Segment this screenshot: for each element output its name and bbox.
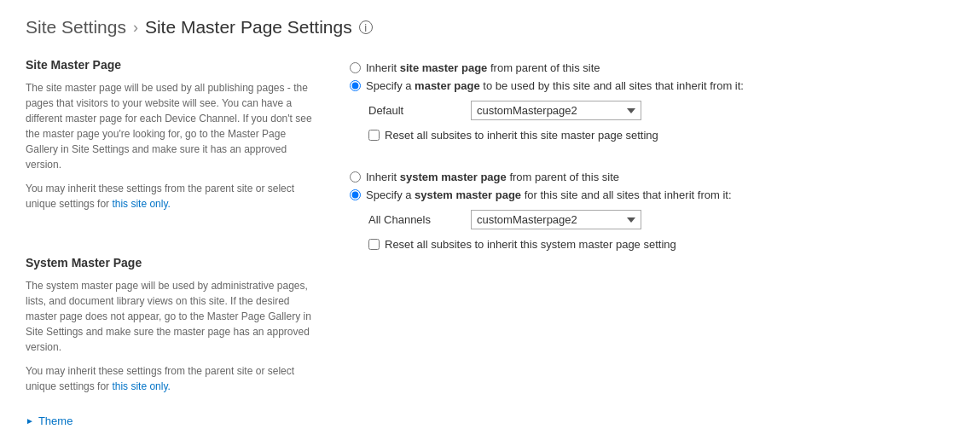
theme-expand-arrow: ► <box>26 416 34 426</box>
site-master-page-section: Site Master Page The site master page wi… <box>26 58 316 212</box>
info-icon[interactable]: i <box>359 20 373 34</box>
site-inherit-radio-row: Inherit site master page from parent of … <box>350 61 954 74</box>
system-reset-checkbox[interactable] <box>368 239 380 250</box>
site-specify-radio-row: Specify a master page to be used by this… <box>350 79 954 92</box>
site-master-page-controls: Inherit site master page from parent of … <box>350 58 954 142</box>
system-specify-radio[interactable] <box>350 189 361 200</box>
site-master-page-inherit-text: You may inherit these settings from the … <box>26 181 316 212</box>
system-inherit-radio[interactable] <box>350 171 361 183</box>
site-inherit-radio[interactable] <box>350 62 361 73</box>
expandable-links: ► Theme ► Alternate CSS URL <box>26 415 316 429</box>
site-dropdown-row: Default customMasterpage2 oslo.master se… <box>368 101 954 120</box>
breadcrumb-site-settings[interactable]: Site Settings <box>26 17 126 38</box>
site-specify-radio[interactable] <box>350 80 361 91</box>
site-reset-checkbox-row: Reset all subsites to inherit this site … <box>368 129 954 142</box>
site-master-page-dropdown[interactable]: customMasterpage2 oslo.master seattle.ma… <box>471 101 641 120</box>
system-specify-label: Specify a system master page for this si… <box>366 188 732 201</box>
breadcrumb-separator: › <box>133 19 138 37</box>
system-master-page-inherit-text: You may inherit these settings from the … <box>26 363 316 394</box>
theme-link[interactable]: ► Theme <box>26 415 316 427</box>
site-master-page-title: Site Master Page <box>26 58 316 72</box>
site-master-page-inherit-link[interactable]: this site only. <box>112 198 170 210</box>
system-inherit-radio-row: Inherit system master page from parent o… <box>350 171 954 183</box>
system-reset-checkbox-row: Reset all subsites to inherit this syste… <box>368 238 954 251</box>
theme-link-label: Theme <box>38 415 72 427</box>
site-reset-label: Reset all subsites to inherit this site … <box>385 129 658 142</box>
system-dropdown-label: All Channels <box>368 213 471 226</box>
system-master-page-controls: Inherit system master page from parent o… <box>350 167 954 251</box>
system-master-page-inherit-link[interactable]: this site only. <box>112 380 170 392</box>
site-dropdown-label: Default <box>368 104 471 117</box>
system-dropdown-row: All Channels customMasterpage2 oslo.mast… <box>368 210 954 229</box>
system-inherit-label: Inherit system master page from parent o… <box>366 171 619 183</box>
system-specify-radio-row: Specify a system master page for this si… <box>350 188 954 201</box>
page-title: Site Master Page Settings <box>145 17 352 38</box>
system-master-page-description: The system master page will be used by a… <box>26 278 316 355</box>
system-master-page-section: System Master Page The system master pag… <box>26 256 316 394</box>
site-inherit-label: Inherit site master page from parent of … <box>366 61 600 74</box>
site-specify-label: Specify a master page to be used by this… <box>366 79 744 92</box>
breadcrumb: Site Settings › Site Master Page Setting… <box>26 17 954 38</box>
site-master-page-description: The site master page will be used by all… <box>26 80 316 172</box>
system-master-page-title: System Master Page <box>26 256 316 270</box>
system-reset-label: Reset all subsites to inherit this syste… <box>385 238 676 251</box>
site-reset-checkbox[interactable] <box>368 130 380 141</box>
system-master-page-dropdown[interactable]: customMasterpage2 oslo.master seattle.ma… <box>471 210 641 229</box>
left-panel: Site Master Page The site master page wi… <box>26 58 350 429</box>
right-panel: Inherit site master page from parent of … <box>350 58 954 429</box>
